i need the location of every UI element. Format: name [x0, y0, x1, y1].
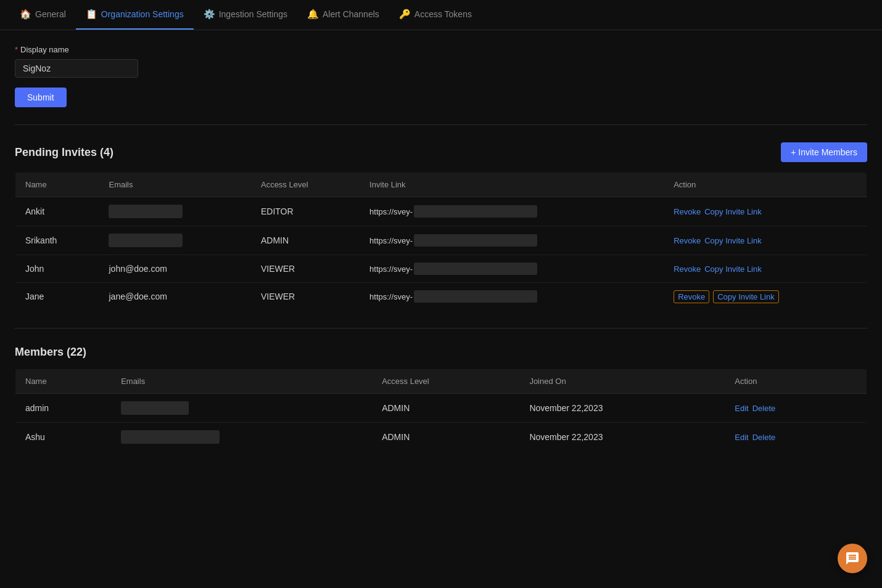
- display-name-section: *Display name Submit: [15, 45, 867, 107]
- invite-access-level-cell: VIEWER: [251, 255, 360, 283]
- access-tokens-icon: 🔑: [399, 9, 411, 20]
- copy-invite-link[interactable]: Copy Invite Link: [704, 264, 762, 274]
- invite-name-cell: Srikanth: [15, 226, 99, 255]
- invite-email-cell: jane@doe.com: [99, 283, 250, 311]
- members-table-header: Name Emails Access Level Joined On Actio…: [15, 369, 867, 394]
- member-email-cell: [111, 394, 372, 423]
- invite-link-cell: https://svey-: [360, 197, 664, 226]
- table-row: AshuADMINNovember 22,2023EditDelete: [15, 423, 867, 452]
- redacted-email: [109, 205, 183, 218]
- invite-link-cell: https://svey-: [360, 255, 664, 283]
- invite-action-cell: RevokeCopy Invite Link: [664, 226, 867, 255]
- member-access-level-cell: ADMIN: [372, 394, 519, 423]
- delete-member-link[interactable]: Delete: [752, 404, 776, 413]
- pending-invites-table-header: Name Emails Access Level Invite Link Act…: [15, 173, 867, 197]
- members-table-body: adminADMINNovember 22,2023EditDeleteAshu…: [15, 394, 867, 452]
- tab-ingestion-label: Ingestion Settings: [219, 9, 287, 19]
- chat-icon: [845, 551, 860, 566]
- col-invite-link: Invite Link: [360, 173, 664, 197]
- member-col-emails: Emails: [111, 369, 372, 394]
- invite-access-level-cell: ADMIN: [251, 226, 360, 255]
- members-title: Members (22): [15, 346, 86, 359]
- tab-alert-channels[interactable]: 🔔 Alert Channels: [297, 0, 389, 30]
- invite-link-prefix: https://svey-: [369, 207, 413, 216]
- col-name: Name: [15, 173, 99, 197]
- pending-invites-section: Pending Invites (4) + Invite Members Nam…: [15, 142, 867, 311]
- member-email-cell: [111, 423, 372, 452]
- table-row: Johnjohn@doe.comVIEWERhttps://svey-Revok…: [15, 255, 867, 283]
- members-table: Name Emails Access Level Joined On Actio…: [15, 369, 867, 452]
- redacted-invite-link: [414, 263, 537, 275]
- redacted-email: [121, 430, 220, 444]
- member-col-access-level: Access Level: [372, 369, 519, 394]
- alert-channels-icon: 🔔: [307, 9, 319, 20]
- member-name-cell: Ashu: [15, 423, 112, 452]
- invite-action-cell: RevokeCopy Invite Link: [664, 255, 867, 283]
- invite-email-cell: [99, 226, 250, 255]
- chat-button[interactable]: [838, 544, 867, 573]
- copy-invite-link[interactable]: Copy Invite Link: [713, 290, 779, 303]
- col-action: Action: [664, 173, 867, 197]
- top-nav: 🏠 General 📋 Organization Settings ⚙️ Ing…: [0, 0, 882, 30]
- tab-ingestion[interactable]: ⚙️ Ingestion Settings: [194, 0, 297, 30]
- main-content: *Display name Submit Pending Invites (4)…: [0, 30, 882, 467]
- tab-general[interactable]: 🏠 General: [10, 0, 76, 30]
- member-col-action: Action: [725, 369, 867, 394]
- invite-access-level-cell: VIEWER: [251, 283, 360, 311]
- invite-name-cell: Ankit: [15, 197, 99, 226]
- member-col-joined-on: Joined On: [519, 369, 725, 394]
- invite-email-cell: john@doe.com: [99, 255, 250, 283]
- tab-access-tokens[interactable]: 🔑 Access Tokens: [389, 0, 482, 30]
- submit-button[interactable]: Submit: [15, 88, 67, 107]
- section-divider-2: [15, 328, 867, 329]
- delete-member-link[interactable]: Delete: [752, 433, 776, 442]
- redacted-email: [121, 401, 189, 415]
- invite-link-prefix: https://svey-: [369, 292, 413, 301]
- required-marker: *: [15, 45, 18, 54]
- invite-name-cell: Jane: [15, 283, 99, 311]
- invite-link-cell: https://svey-: [360, 226, 664, 255]
- invite-email-cell: [99, 197, 250, 226]
- revoke-link[interactable]: Revoke: [674, 207, 701, 216]
- member-joined-on-cell: November 22,2023: [519, 394, 725, 423]
- invite-link-prefix: https://svey-: [369, 264, 413, 274]
- invite-link-cell: https://svey-: [360, 283, 664, 311]
- pending-invites-header: Pending Invites (4) + Invite Members: [15, 142, 867, 162]
- revoke-link[interactable]: Revoke: [674, 236, 701, 245]
- display-name-input[interactable]: [15, 59, 138, 78]
- revoke-link[interactable]: Revoke: [674, 290, 709, 303]
- members-section: Members (22) Name Emails Access Level Jo…: [15, 346, 867, 452]
- tab-org-settings-label: Organization Settings: [101, 9, 184, 19]
- org-settings-icon: 📋: [86, 9, 97, 20]
- redacted-email: [109, 234, 183, 247]
- tab-alert-channels-label: Alert Channels: [323, 9, 379, 19]
- invite-members-button[interactable]: + Invite Members: [781, 142, 867, 162]
- revoke-link[interactable]: Revoke: [674, 264, 701, 274]
- redacted-invite-link: [414, 205, 537, 218]
- member-name-cell: admin: [15, 394, 112, 423]
- member-action-cell: EditDelete: [725, 423, 867, 452]
- member-col-name: Name: [15, 369, 112, 394]
- edit-member-link[interactable]: Edit: [735, 433, 748, 442]
- general-icon: 🏠: [20, 9, 31, 20]
- table-row: adminADMINNovember 22,2023EditDelete: [15, 394, 867, 423]
- tab-general-label: General: [35, 9, 66, 19]
- table-row: AnkitEDITORhttps://svey-RevokeCopy Invit…: [15, 197, 867, 226]
- col-emails: Emails: [99, 173, 250, 197]
- table-row: SrikanthADMINhttps://svey-RevokeCopy Inv…: [15, 226, 867, 255]
- edit-member-link[interactable]: Edit: [735, 404, 748, 413]
- ingestion-icon: ⚙️: [204, 9, 215, 20]
- pending-invites-table-body: AnkitEDITORhttps://svey-RevokeCopy Invit…: [15, 197, 867, 311]
- pending-invites-table: Name Emails Access Level Invite Link Act…: [15, 172, 867, 311]
- section-divider-1: [15, 125, 867, 125]
- tab-access-tokens-label: Access Tokens: [414, 9, 472, 19]
- invite-action-cell: RevokeCopy Invite Link: [664, 197, 867, 226]
- copy-invite-link[interactable]: Copy Invite Link: [704, 236, 762, 245]
- copy-invite-link[interactable]: Copy Invite Link: [704, 207, 762, 216]
- redacted-invite-link: [414, 234, 537, 247]
- member-joined-on-cell: November 22,2023: [519, 423, 725, 452]
- invite-access-level-cell: EDITOR: [251, 197, 360, 226]
- col-access-level: Access Level: [251, 173, 360, 197]
- member-action-cell: EditDelete: [725, 394, 867, 423]
- tab-org-settings[interactable]: 📋 Organization Settings: [76, 0, 194, 30]
